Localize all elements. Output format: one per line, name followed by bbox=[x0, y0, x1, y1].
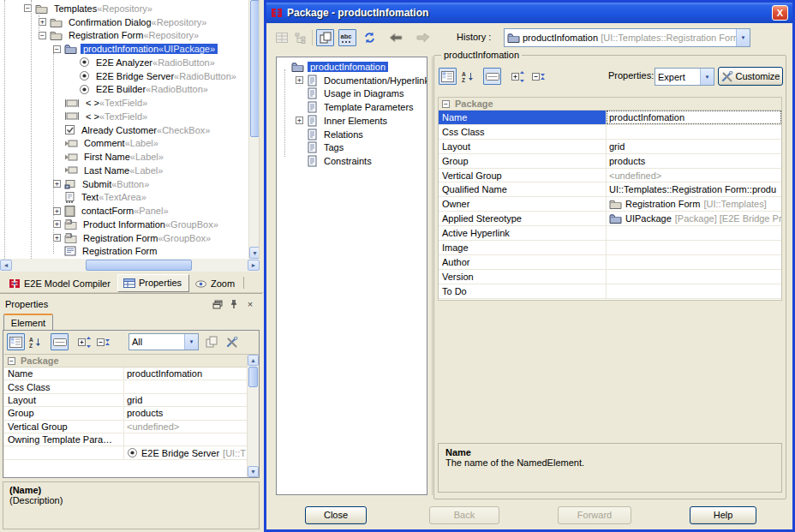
tree-item-inner-elements[interactable]: +Inner Elements bbox=[278, 114, 427, 128]
tree-item-already-customer[interactable]: Already Customer«CheckBox» bbox=[0, 123, 259, 137]
expander-collapsed-icon[interactable]: + bbox=[296, 76, 303, 84]
tree-item-submit[interactable]: +Submit«Button» bbox=[0, 177, 259, 191]
pin-icon[interactable] bbox=[227, 298, 241, 311]
property-value-cell[interactable]: grid bbox=[607, 140, 781, 153]
table-view-button[interactable] bbox=[272, 29, 290, 46]
property-row-name[interactable]: NameproductInfomation bbox=[4, 368, 259, 380]
property-name-cell[interactable]: Applied Stereotype bbox=[439, 212, 607, 225]
sort-alphabetic-button[interactable]: AZ bbox=[459, 68, 477, 85]
close-dialog-button[interactable]: Close bbox=[305, 506, 367, 524]
categorized-view-button[interactable] bbox=[439, 68, 457, 85]
scroll-up-button[interactable]: ▲ bbox=[248, 355, 259, 366]
property-row-author[interactable]: Author bbox=[439, 255, 781, 270]
tree-view-button[interactable] bbox=[291, 29, 309, 46]
property-name-cell[interactable]: Version bbox=[439, 270, 607, 284]
tree-item-documentation-hyperlinks[interactable]: +Documentation/Hyperlinks bbox=[278, 74, 427, 87]
property-value-cell[interactable] bbox=[607, 284, 781, 298]
back-button[interactable]: Back bbox=[429, 506, 499, 524]
chevron-down-icon[interactable]: ▼ bbox=[184, 334, 198, 350]
collapse-section-icon[interactable]: − bbox=[442, 100, 450, 108]
property-row-vertical-group[interactable]: Vertical Group<undefined> bbox=[4, 421, 259, 433]
tree-item-e2e-analyzer[interactable]: E2E Analyzer«RadioButton» bbox=[0, 56, 259, 69]
categorized-view-button[interactable] bbox=[7, 333, 25, 350]
property-row-owner[interactable]: OwnerRegistration Form [UI::Templates] bbox=[439, 197, 781, 212]
property-row-applied-stereotype[interactable]: Applied StereotypeUIPackage [Package] [E… bbox=[439, 212, 781, 226]
property-value-cell[interactable]: <undefined> bbox=[607, 169, 781, 182]
scroll-down-button[interactable]: ▼ bbox=[248, 466, 259, 477]
tree-item-last-name[interactable]: Last Name«Label» bbox=[0, 164, 259, 177]
tree-horizontal-scrollbar[interactable]: ◄ ► bbox=[0, 259, 260, 272]
property-value-cell[interactable] bbox=[607, 226, 781, 240]
property-value-cell[interactable]: UI::Templates::Registration Form::produ bbox=[607, 182, 781, 196]
scroll-right-button[interactable]: ► bbox=[248, 260, 260, 271]
property-value-cell[interactable]: products bbox=[607, 154, 781, 168]
property-row-active-hyperlink[interactable]: Active Hyperlink bbox=[439, 226, 781, 241]
dialog-titlebar[interactable]: Package - productInfomation X bbox=[266, 3, 792, 23]
property-name-cell[interactable]: To Do bbox=[439, 284, 607, 298]
property-name-cell[interactable]: Author bbox=[439, 255, 607, 269]
expand-all-button[interactable] bbox=[509, 68, 527, 85]
property-name-cell[interactable]: Owner bbox=[439, 197, 607, 211]
filter-combobox[interactable]: All ▼ bbox=[129, 333, 199, 350]
tree-item-constraints[interactable]: Constraints bbox=[278, 154, 427, 168]
tree-item-text[interactable]: Text«TextArea» bbox=[0, 191, 259, 205]
history-forward-button[interactable] bbox=[414, 29, 432, 46]
property-name-cell[interactable]: Image bbox=[439, 241, 607, 254]
expander-collapsed-icon[interactable]: + bbox=[39, 18, 46, 26]
expander-expanded-icon[interactable]: − bbox=[39, 32, 46, 39]
show-full-names-button[interactable]: abc bbox=[338, 29, 356, 46]
property-name-cell[interactable]: Layout bbox=[4, 394, 124, 406]
property-value-cell[interactable] bbox=[607, 255, 781, 269]
stack-properties-button[interactable] bbox=[202, 333, 220, 350]
property-name-cell[interactable]: Vertical Group bbox=[439, 169, 607, 182]
table-vertical-scrollbar[interactable]: ▲ ▼ bbox=[247, 355, 259, 477]
tree-item-productinfomation[interactable]: productInfomation bbox=[278, 60, 427, 74]
property-value-cell[interactable] bbox=[607, 270, 781, 284]
show-description-button[interactable] bbox=[483, 68, 501, 85]
scroll-left-button[interactable]: ◄ bbox=[0, 260, 12, 271]
property-name-cell[interactable]: Css Class bbox=[4, 380, 124, 392]
properties-mode-combobox[interactable]: Expert ▼ bbox=[655, 68, 714, 86]
tree-item-usage-in-diagrams[interactable]: Usage in Diagrams bbox=[278, 87, 427, 101]
property-row-to-do[interactable]: To Do bbox=[439, 284, 781, 299]
tree-item-comment[interactable]: Comment«Label» bbox=[0, 137, 259, 151]
expand-all-button[interactable] bbox=[75, 333, 93, 350]
scroll-down-button[interactable]: ▼ bbox=[249, 247, 260, 259]
scrollbar-thumb[interactable] bbox=[250, 0, 260, 137]
expander-collapsed-icon[interactable]: + bbox=[296, 117, 303, 124]
property-value-cell[interactable]: E2E Bridge Server [UI::T bbox=[124, 446, 259, 458]
collapse-all-button[interactable] bbox=[94, 333, 112, 350]
tab-properties[interactable]: Properties bbox=[117, 274, 189, 292]
show-inherited-button[interactable] bbox=[316, 29, 334, 46]
expander-collapsed-icon[interactable]: + bbox=[53, 234, 61, 242]
customize-button-icon[interactable] bbox=[223, 333, 241, 350]
property-row-group[interactable]: Groupproducts bbox=[439, 154, 781, 169]
property-row-owning-template-para[interactable]: Owning Template Para… bbox=[4, 433, 259, 446]
property-name-cell[interactable] bbox=[4, 446, 124, 458]
tree-item-first-name[interactable]: First Name«Label» bbox=[0, 150, 259, 164]
forward-button[interactable]: Forward bbox=[558, 506, 631, 524]
expander-collapsed-icon[interactable]: + bbox=[53, 207, 61, 215]
property-value-cell[interactable] bbox=[124, 433, 259, 445]
property-name-cell[interactable]: Name bbox=[4, 368, 124, 380]
property-row-value[interactable]: E2E Bridge Server [UI::T bbox=[4, 446, 259, 459]
tree-item-tags[interactable]: Tags bbox=[278, 141, 427, 155]
section-header-package[interactable]: − Package bbox=[4, 355, 259, 368]
property-row-layout[interactable]: Layoutgrid bbox=[439, 140, 781, 154]
tree-item-relations[interactable]: Relations bbox=[278, 128, 427, 141]
sort-alphabetic-button[interactable]: AZ bbox=[27, 333, 45, 350]
help-button[interactable]: Help bbox=[690, 506, 756, 524]
expander-expanded-icon[interactable]: − bbox=[53, 45, 61, 53]
tab-element[interactable]: Element bbox=[3, 314, 53, 331]
property-value-cell[interactable]: UIPackage [Package] [E2E Bridge Pro bbox=[607, 212, 781, 225]
close-icon[interactable]: × bbox=[243, 298, 257, 311]
tree-vertical-scrollbar[interactable]: ▼ bbox=[248, 0, 260, 259]
property-row-qualified-name[interactable]: Qualified NameUI::Templates::Registratio… bbox=[439, 182, 781, 197]
tab-zoom[interactable]: Zoom bbox=[189, 276, 242, 292]
tree-item-[interactable]: < >«TextField» bbox=[0, 96, 259, 110]
property-row-image[interactable]: Image bbox=[439, 241, 781, 255]
history-back-button[interactable] bbox=[386, 29, 404, 46]
tree-item-template-parameters[interactable]: Template Parameters bbox=[278, 100, 427, 114]
property-row-layout[interactable]: Layoutgrid bbox=[4, 394, 259, 407]
history-combobox[interactable]: productInfomation [UI::Templates::Regist… bbox=[504, 28, 750, 47]
